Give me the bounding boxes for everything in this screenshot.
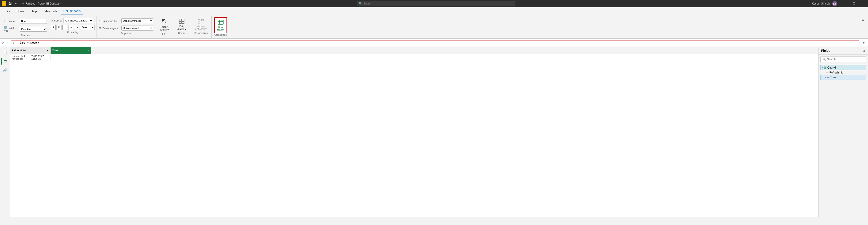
formula-cancel-button[interactable]: ✕ <box>2 41 4 45</box>
summarization-row: Σ Summarization Don't summarize Sum Aver… <box>98 18 153 24</box>
tree-expand-icon: ∨ <box>822 66 823 69</box>
ribbon-group-calculations: Newcolumn Calculations <box>212 16 230 38</box>
restore-button[interactable]: ❐ <box>850 1 858 6</box>
ribbon-groups: 🏷 Name 🔢 Data type Date/time Text <box>0 16 868 38</box>
column-header-time[interactable]: Time ▼ <box>51 47 91 54</box>
menu-home[interactable]: Home <box>14 8 27 14</box>
column-header-time-label: Time <box>53 49 58 52</box>
comma-button[interactable]: , <box>62 25 67 30</box>
menu-table-tools[interactable]: Table tools <box>40 8 60 14</box>
tree-child-time[interactable]: › ≡ Time <box>820 75 866 80</box>
tree-child-expand-time: › <box>825 76 826 79</box>
window-controls: ─ ❐ ✕ <box>842 1 866 6</box>
sidebar-item-data[interactable]: 🗃 <box>1 58 8 65</box>
data-groups-label: Datagroups ▾ <box>178 25 186 30</box>
new-column-button[interactable]: Newcolumn <box>214 17 227 33</box>
fields-search-icon: 🔍 <box>822 58 826 61</box>
svg-rect-8 <box>179 22 182 24</box>
titlebar-left: ⚡ 💾 ↩ ↪ Untitled - Power BI Desktop <box>2 1 59 6</box>
menubar: File Home Help Table tools Column tools <box>0 7 868 16</box>
ribbon: 🏷 Name 🔢 Data type Date/time Text <box>0 16 868 39</box>
fields-search-box[interactable]: 🔍 <box>820 57 866 62</box>
fields-panel-title: Fields <box>821 49 830 53</box>
decimal-increase-button[interactable]: .0+ <box>68 25 73 30</box>
svg-rect-1 <box>162 20 164 21</box>
close-button[interactable]: ✕ <box>858 1 866 6</box>
formula-confirm-button[interactable]: ✓ <box>6 41 9 45</box>
summarization-label: Σ Summarization <box>98 19 120 23</box>
properties-group-label: Properties <box>98 32 153 35</box>
ribbon-group-sort: Sort bycolumn ▾ Sort <box>155 16 174 38</box>
app-icon: ⚡ <box>2 1 6 6</box>
datacategory-select[interactable]: Uncategorized Web URL Image URL Country … <box>121 26 153 30</box>
column-dropdown-refreshinfo[interactable]: ▼ <box>46 49 49 52</box>
menu-column-tools[interactable]: Column tools <box>61 8 84 15</box>
main-area: 📊 🗃 🔗 RefreshInfo ▼ Time ▼ Dataset last … <box>0 47 868 217</box>
format-select[interactable]: *14/03/2001 13:30:... 14/03/2001 13:30 <box>64 18 93 23</box>
formula-dropdown-button[interactable]: ▼ <box>861 41 866 45</box>
titlebar-search-input[interactable] <box>364 2 513 5</box>
datacategory-row: ⊞ Data category Uncategorized Web URL Im… <box>98 25 153 31</box>
sort-by-column-button[interactable]: Sort bycolumn ▾ <box>158 17 170 32</box>
column-header-refreshinfo[interactable]: RefreshInfo ▼ <box>10 47 51 54</box>
svg-rect-0 <box>162 19 165 20</box>
ribbon-collapse: ∧ <box>860 16 866 38</box>
new-column-icon <box>217 19 224 26</box>
menu-file[interactable]: File <box>3 8 13 14</box>
name-label: 🏷 Name <box>4 20 18 23</box>
relationships-group-label: Relationships <box>194 31 208 35</box>
data-groups-button[interactable]: Datagroups ▾ <box>176 17 187 31</box>
sidebar-item-model[interactable]: 🔗 <box>1 67 8 74</box>
sidebar-item-report[interactable]: 📊 <box>1 49 8 56</box>
decimal-decrease-button[interactable]: .0- <box>74 25 79 30</box>
dataset-info-cell: Dataset last refreshed: 27/11/2022 11:26… <box>10 54 51 61</box>
percent-button[interactable]: % <box>57 25 61 30</box>
undo-button[interactable]: ↩ <box>14 2 18 5</box>
column-header-refreshinfo-label: RefreshInfo <box>12 49 26 52</box>
minimize-button[interactable]: ─ <box>842 1 850 6</box>
datatype-row: 🔢 Data type Date/time Text Decimal Integ… <box>4 25 47 33</box>
dataset-timestamp: 27/11/2022 11:26:32 <box>31 55 49 60</box>
ribbon-group-formatting: ⚙ Format *14/03/2001 13:30:... 14/03/200… <box>49 16 97 38</box>
datatype-select[interactable]: Date/time Text Decimal Integer Boolean <box>20 27 47 32</box>
titlebar-buttons: 💾 ↩ ↪ <box>8 2 24 5</box>
tree-child-icon-time: ≡ <box>827 76 829 79</box>
formula-input[interactable]: 1 Time = NOW() <box>11 40 860 45</box>
column-dropdown-time[interactable]: ▼ <box>87 49 89 52</box>
svg-rect-2 <box>162 22 163 22</box>
table-header: RefreshInfo ▼ Time ▼ <box>10 47 818 54</box>
ribbon-group-relationships: Managerelationships Relationships <box>190 16 211 38</box>
svg-rect-11 <box>202 20 204 21</box>
format-row1: ⚙ Format *14/03/2001 13:30:... 14/03/200… <box>51 18 95 24</box>
manage-relationships-button[interactable]: Managerelationships <box>193 17 209 31</box>
fields-search-input[interactable] <box>827 58 864 61</box>
tree-item-query1[interactable]: ∨ ⊞ Query1 <box>820 65 866 70</box>
name-input[interactable] <box>20 19 47 24</box>
fields-tree: ∨ ⊞ Query1 ≡ RefreshInfo › ≡ Time <box>818 64 868 81</box>
titlebar-search-box[interactable]: 🔍 <box>357 1 515 6</box>
svg-rect-10 <box>198 20 200 21</box>
tree-child-refreshinfo[interactable]: ≡ RefreshInfo <box>820 70 866 75</box>
table-row: Dataset last refreshed: 27/11/2022 11:26… <box>10 54 818 61</box>
format-label: ⚙ Format <box>51 19 62 22</box>
fields-panel: Fields » 🔍 ∨ ⊞ Query1 ≡ RefreshInfo › ≡ … <box>818 47 868 217</box>
currency-button[interactable]: $ <box>51 25 56 30</box>
tree-query1-label: Query1 <box>827 66 836 69</box>
ribbon-group-properties: Σ Summarization Don't summarize Sum Aver… <box>97 16 155 38</box>
username-label: Kesem Sharabi <box>812 2 831 5</box>
fields-panel-collapse-button[interactable]: » <box>863 49 865 53</box>
datatype-label: 🔢 Data type <box>4 26 18 32</box>
structure-content: 🏷 Name 🔢 Data type Date/time Text <box>4 17 47 34</box>
svg-rect-9 <box>182 22 184 24</box>
format-row2: $ % , .0+ .0- Auto 2 0 <box>51 24 95 30</box>
menu-help[interactable]: Help <box>28 8 39 14</box>
collapse-ribbon-button[interactable]: ∧ <box>862 18 864 22</box>
structure-group-label: Structure <box>4 34 47 37</box>
sort-group-label: Sort <box>162 32 166 36</box>
auto-select[interactable]: Auto 2 0 <box>80 25 95 30</box>
redo-button[interactable]: ↪ <box>21 2 24 5</box>
titlebar: ⚡ 💾 ↩ ↪ Untitled - Power BI Desktop 🔍 Ke… <box>0 0 868 7</box>
summarization-select[interactable]: Don't summarize Sum Average Min Max Coun… <box>121 18 153 23</box>
manage-relationships-label: Managerelationships <box>194 25 207 30</box>
save-button[interactable]: 💾 <box>8 2 12 5</box>
